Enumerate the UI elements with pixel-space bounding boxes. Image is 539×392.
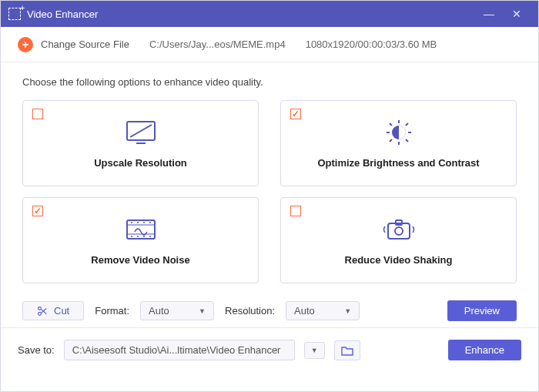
checkbox-upscale[interactable] xyxy=(32,109,43,119)
resolution-value: Auto xyxy=(294,305,315,317)
scissors-icon xyxy=(37,306,48,317)
save-to-label: Save to: xyxy=(18,344,55,356)
svg-point-25 xyxy=(395,227,403,235)
svg-point-17 xyxy=(143,222,145,223)
chevron-down-icon: ▼ xyxy=(199,307,206,315)
change-source-label: Change Source File xyxy=(41,39,129,50)
cut-button[interactable]: Cut xyxy=(22,301,84,320)
checkbox-noise[interactable] xyxy=(32,206,43,216)
shaking-icon xyxy=(380,216,417,243)
chevron-down-icon: ▼ xyxy=(344,307,351,315)
bottom-bar: Save to: C:\Aiseesoft Studio\Ai...ltimat… xyxy=(1,327,538,372)
app-icon xyxy=(8,8,21,20)
chevron-down-icon: ▼ xyxy=(311,347,318,354)
change-source-button[interactable]: + Change Source File xyxy=(18,37,129,52)
noise-icon xyxy=(122,216,159,243)
open-folder-button[interactable] xyxy=(334,340,360,360)
checkbox-shaking[interactable] xyxy=(290,206,301,216)
save-path-dropdown[interactable]: ▼ xyxy=(304,342,325,359)
source-path: C:/Users/Jay...eos/MEME.mp4 xyxy=(149,39,286,50)
card-label: Optimize Brightness and Contrast xyxy=(317,157,479,169)
svg-line-28 xyxy=(41,309,46,313)
card-reduce-shaking[interactable]: Reduce Video Shaking xyxy=(280,197,517,283)
format-select[interactable]: Auto ▼ xyxy=(140,301,214,320)
source-bar: + Change Source File C:/Users/Jay...eos/… xyxy=(1,27,538,62)
plus-icon: + xyxy=(18,37,33,52)
controls-row: Cut Format: Auto ▼ Resolution: Auto ▼ Pr… xyxy=(22,300,517,321)
svg-point-22 xyxy=(149,236,151,237)
preview-button[interactable]: Preview xyxy=(447,300,517,321)
svg-line-1 xyxy=(130,125,152,137)
checkbox-brightness[interactable] xyxy=(290,109,301,119)
svg-point-27 xyxy=(38,312,42,315)
main-panel: Choose the following options to enhance … xyxy=(1,62,538,327)
upscale-icon xyxy=(122,119,159,146)
card-upscale-resolution[interactable]: Upscale Resolution xyxy=(22,100,259,186)
resolution-label: Resolution: xyxy=(225,305,275,317)
svg-line-8 xyxy=(390,123,392,126)
enhance-button[interactable]: Enhance xyxy=(448,340,521,360)
svg-point-18 xyxy=(149,222,151,223)
svg-point-21 xyxy=(143,236,145,237)
resolution-select[interactable]: Auto ▼ xyxy=(286,301,360,320)
svg-line-10 xyxy=(390,139,392,142)
svg-line-11 xyxy=(406,123,408,126)
svg-point-19 xyxy=(131,236,132,237)
instruction-text: Choose the following options to enhance … xyxy=(22,76,517,88)
card-label: Reduce Video Shaking xyxy=(345,254,453,266)
folder-icon xyxy=(341,345,353,356)
options-grid: Upscale Resolution Optimize Brightness a… xyxy=(22,100,517,283)
close-button[interactable]: ✕ xyxy=(503,8,531,20)
save-path-field[interactable]: C:\Aiseesoft Studio\Ai...ltimate\Video E… xyxy=(64,340,295,360)
brightness-icon xyxy=(380,119,417,146)
cut-label: Cut xyxy=(54,305,69,317)
svg-point-15 xyxy=(131,222,132,223)
format-label: Format: xyxy=(95,305,129,317)
window-title: Video Enhancer xyxy=(27,8,475,20)
svg-point-26 xyxy=(38,307,42,310)
svg-point-20 xyxy=(137,236,139,237)
titlebar: Video Enhancer — ✕ xyxy=(1,1,538,27)
format-value: Auto xyxy=(149,305,169,317)
svg-line-9 xyxy=(406,139,408,142)
card-label: Remove Video Noise xyxy=(91,254,189,266)
card-remove-noise[interactable]: Remove Video Noise xyxy=(22,197,259,283)
svg-line-29 xyxy=(41,308,46,313)
svg-point-16 xyxy=(137,222,139,223)
minimize-button[interactable]: — xyxy=(475,8,503,20)
card-optimize-brightness[interactable]: Optimize Brightness and Contrast xyxy=(280,100,517,186)
source-meta: 1080x1920/00:00:03/3.60 MB xyxy=(306,39,437,50)
card-label: Upscale Resolution xyxy=(94,157,187,169)
